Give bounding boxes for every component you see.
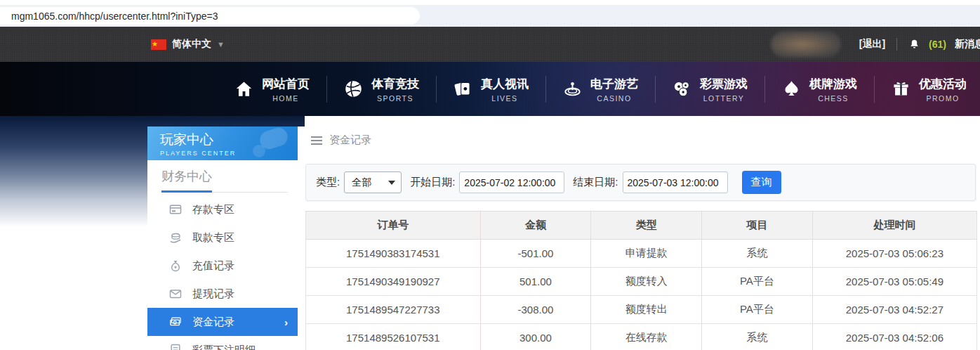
nav-divider (326, 76, 327, 103)
chevron-down-icon (388, 181, 395, 185)
nav-item-promo[interactable]: 优惠活动 PROMO (882, 76, 976, 103)
spade-icon (782, 79, 801, 98)
sidebar-header: 玩家中心 PLAYERS CENTER (147, 127, 298, 160)
menu-icon (311, 136, 322, 145)
sidebar-item-label: 充值记录 (192, 259, 234, 273)
sidebar-item-withdrawal-records[interactable]: 提现记录 (147, 280, 298, 308)
lottery-balls-icon (673, 79, 691, 98)
browser-chrome: mgm1065.com/hhcp/usercenter.html?iniType… (0, 0, 980, 27)
username-redacted (771, 31, 841, 58)
divider (896, 38, 897, 51)
nav-label-en: HOME (272, 94, 299, 103)
nav-label-en: CHESS (818, 94, 849, 103)
sidebar-section: 财务中心 (147, 160, 298, 193)
sidebar-item-lottery-bet-details[interactable]: 彩票下注明细 (147, 336, 298, 350)
money-bag-icon (168, 259, 183, 273)
nav-item-chess[interactable]: 棋牌游戏 CHESS (772, 76, 867, 103)
chevron-right-icon: › (284, 316, 288, 328)
nav-label-zh: 彩票游戏 (700, 76, 748, 92)
cell-project: PA平台 (702, 296, 813, 324)
home-icon (234, 79, 253, 98)
nav-label-en: LIVES (491, 94, 517, 103)
sidebar-menu: 存款专区 取款专区 充值记录 (147, 195, 298, 350)
nav-divider (545, 76, 546, 103)
nav-item-lives[interactable]: 真人视讯 LIVES (444, 76, 538, 103)
nav-item-home[interactable]: 网站首页 HOME (225, 76, 319, 103)
nav-label-en: LOTTERY (703, 94, 745, 103)
filter-bar: 类型: 全部 开始日期: 结束日期: 查询 (305, 164, 976, 201)
bank-card-icon (168, 202, 183, 216)
cell-amount: -308.00 (480, 296, 591, 324)
nav-label-zh: 网站首页 (262, 76, 310, 92)
sidebar-item-label: 资金记录 (192, 316, 234, 329)
nav-label-en: SPORTS (377, 94, 413, 103)
logout-button[interactable]: [退出] (859, 38, 885, 51)
sidebar-item-label: 提现记录 (192, 287, 234, 301)
column-header-order-no: 订单号 (306, 212, 481, 240)
language-label: 简体中文 (172, 38, 211, 51)
circle-decoration (253, 145, 265, 157)
background-gradient (0, 116, 148, 237)
table-row: 1751489547227733 -308.00 额度转出 PA平台 2025-… (306, 296, 977, 324)
column-header-process-time: 处理时间 (812, 212, 976, 240)
playing-cards-icon (453, 79, 472, 98)
nav-divider (436, 76, 437, 103)
column-header-project: 项目 (702, 212, 813, 240)
cell-type: 在线存款 (591, 324, 702, 350)
nav-item-lottery[interactable]: 彩票游戏 LOTTERY (663, 76, 757, 103)
account-topbar: ★ 简体中文 ▼ [退出] (61) 新消息 (0, 27, 980, 62)
nav-label-en: PROMO (926, 94, 959, 103)
cell-order-no: 1751490383174531 (306, 240, 481, 268)
type-select[interactable]: 全部 (344, 171, 402, 193)
sidebar-subtitle: PLAYERS CENTER (160, 150, 298, 157)
nav-divider (874, 76, 875, 103)
end-date-input[interactable] (623, 171, 728, 193)
hand-money-icon (168, 231, 183, 245)
cell-project: 系统 (702, 324, 813, 350)
cell-project: 系统 (702, 240, 813, 268)
sidebar-item-recharge-records[interactable]: 充值记录 (147, 252, 298, 280)
sidebar-item-funds-records[interactable]: 资金记录 › (147, 308, 298, 336)
type-select-value: 全部 (352, 176, 388, 189)
nav-divider (655, 76, 656, 103)
china-flag-icon: ★ (151, 39, 166, 50)
start-date-input[interactable] (459, 171, 564, 193)
cell-time: 2025-07-03 05:06:23 (812, 240, 976, 268)
table-row: 1751490349190927 501.00 额度转入 PA平台 2025-0… (306, 268, 977, 296)
cell-type: 额度转出 (591, 296, 702, 324)
page-title: 资金记录 (329, 134, 371, 147)
cell-type: 申请提款 (591, 240, 702, 268)
nav-label-zh: 棋牌游戏 (809, 76, 857, 92)
cell-type: 额度转入 (591, 268, 702, 296)
cell-time: 2025-07-03 04:52:06 (812, 324, 976, 350)
start-date-label: 开始日期: (410, 176, 455, 189)
url-input[interactable]: mgm1065.com/hhcp/usercenter.html?iniType… (0, 7, 420, 25)
finance-section-label: 财务中心 (161, 169, 284, 184)
nav-label-zh: 优惠活动 (919, 76, 967, 92)
cell-order-no: 1751489526107531 (306, 324, 481, 350)
envelope-money-icon (168, 287, 183, 301)
nav-item-casino[interactable]: 电子游艺 CASINO (553, 76, 648, 103)
nav-item-sports[interactable]: 体育竞技 SPORTS (334, 76, 429, 103)
nav-label-zh: 真人视讯 (481, 76, 529, 92)
language-selector[interactable]: ★ 简体中文 ▼ (151, 38, 225, 51)
cell-amount: 501.00 (480, 268, 591, 296)
banknote-icon (168, 315, 183, 329)
sports-ball-icon (344, 79, 363, 98)
bell-icon[interactable] (908, 38, 920, 51)
roulette-icon (563, 79, 582, 98)
message-count-badge[interactable]: (61) (929, 39, 946, 50)
search-button[interactable]: 查询 (742, 171, 781, 194)
table-row: 1751490383174531 -501.00 申请提款 系统 2025-07… (306, 240, 977, 268)
nav-divider (764, 76, 765, 103)
sidebar-item-withdraw-zone[interactable]: 取款专区 (147, 223, 298, 252)
sidebar-item-deposit-zone[interactable]: 存款专区 (147, 195, 298, 223)
nav-label-zh: 电子游艺 (590, 76, 638, 92)
cell-order-no: 1751490349190927 (306, 268, 481, 296)
cell-time: 2025-07-03 04:52:27 (812, 296, 976, 324)
page-body: 玩家中心 PLAYERS CENTER 财务中心 存款专区 (0, 116, 980, 350)
new-message-link[interactable]: 新消息 (955, 38, 980, 51)
cell-amount: -501.00 (480, 240, 591, 268)
document-list-icon (168, 343, 183, 350)
funds-records-table: 订单号 金额 类型 项目 处理时间 1751490383174531 -501.… (305, 211, 977, 350)
